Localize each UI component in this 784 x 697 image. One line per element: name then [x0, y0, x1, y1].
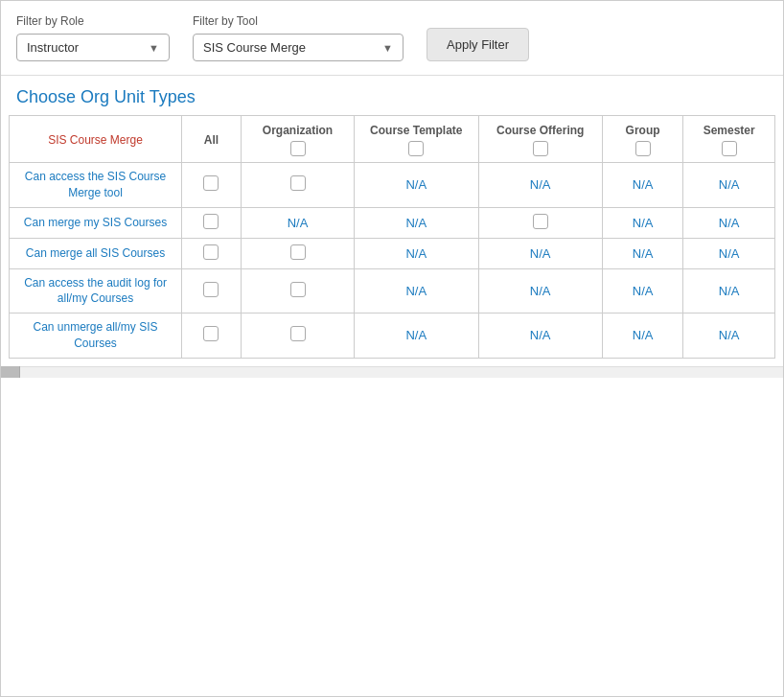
- offering-cell: N/A: [478, 163, 602, 208]
- group-cell: N/A: [602, 163, 682, 208]
- semester-cell: N/A: [683, 268, 775, 314]
- all-cell[interactable]: [182, 268, 242, 314]
- col-org-header: Organization: [241, 116, 354, 163]
- na-value: N/A: [530, 284, 551, 298]
- col-group-label: Group: [626, 124, 660, 137]
- row-org-checkbox[interactable]: [290, 244, 306, 260]
- row-org-checkbox[interactable]: [290, 326, 306, 341]
- permissions-table: SIS Course Merge All Organization Course…: [9, 115, 775, 359]
- org-cell: N/A: [241, 207, 354, 238]
- group-cell: N/A: [602, 268, 682, 314]
- tool-name-header: SIS Course Merge: [10, 116, 182, 163]
- col-all-header: All: [182, 116, 242, 163]
- row-all-checkbox[interactable]: [203, 175, 219, 191]
- role-select[interactable]: Instructor ▼: [16, 34, 170, 61]
- table-row: Can merge all SIS CoursesN/AN/AN/AN/A: [10, 238, 775, 268]
- all-cell[interactable]: [182, 314, 242, 359]
- col-template-header: Course Template: [355, 116, 478, 163]
- na-value: N/A: [405, 177, 427, 192]
- permission-name: Can merge all SIS Courses: [26, 246, 165, 260]
- permission-name-cell: Can unmerge all/my SIS Courses: [10, 314, 182, 359]
- apply-filter-button[interactable]: Apply Filter: [427, 28, 529, 61]
- offering-cell[interactable]: [478, 207, 602, 238]
- row-org-checkbox[interactable]: [290, 175, 306, 191]
- col-group-checkbox[interactable]: [635, 141, 651, 156]
- na-value: N/A: [288, 216, 309, 230]
- na-value: N/A: [633, 284, 654, 298]
- org-cell[interactable]: [241, 238, 354, 268]
- template-cell: N/A: [355, 238, 478, 268]
- na-value: N/A: [405, 246, 427, 261]
- na-value: N/A: [633, 328, 654, 342]
- na-value: N/A: [530, 177, 551, 192]
- na-value: N/A: [719, 216, 740, 230]
- col-template-checkbox[interactable]: [408, 141, 424, 156]
- na-value: N/A: [405, 216, 427, 230]
- role-filter-group: Filter by Role Instructor ▼: [16, 14, 170, 61]
- group-cell: N/A: [602, 238, 682, 268]
- role-chevron-icon: ▼: [149, 42, 159, 54]
- na-value: N/A: [633, 216, 654, 230]
- semester-cell: N/A: [683, 163, 775, 208]
- tool-select[interactable]: SIS Course Merge ▼: [193, 34, 404, 61]
- permission-name: Can access the SIS Course Merge tool: [25, 170, 166, 199]
- offering-cell: N/A: [478, 314, 602, 359]
- tool-select-value: SIS Course Merge: [203, 40, 375, 55]
- tool-filter-group: Filter by Tool SIS Course Merge ▼: [193, 14, 404, 61]
- group-cell: N/A: [602, 207, 682, 238]
- permission-name: Can merge my SIS Courses: [24, 216, 167, 229]
- permission-name: Can access the audit log for all/my Cour…: [24, 276, 167, 306]
- template-cell: N/A: [355, 268, 478, 314]
- row-offering-checkbox[interactable]: [533, 214, 548, 229]
- na-value: N/A: [405, 328, 427, 342]
- template-cell: N/A: [355, 207, 478, 238]
- col-offering-header: Course Offering: [478, 116, 602, 163]
- template-cell: N/A: [355, 314, 478, 359]
- section-title: Choose Org Unit Types: [1, 76, 783, 115]
- na-value: N/A: [719, 284, 740, 298]
- row-all-checkbox[interactable]: [203, 326, 219, 341]
- col-semester-header: Semester: [683, 116, 775, 163]
- row-all-checkbox[interactable]: [203, 244, 219, 260]
- all-cell[interactable]: [182, 238, 242, 268]
- table-row: Can access the audit log for all/my Cour…: [10, 268, 775, 314]
- na-value: N/A: [530, 246, 551, 261]
- offering-cell: N/A: [478, 238, 602, 268]
- semester-cell: N/A: [683, 207, 775, 238]
- all-cell[interactable]: [182, 207, 242, 238]
- scroll-bar[interactable]: [1, 366, 783, 378]
- col-semester-checkbox[interactable]: [722, 141, 737, 156]
- permission-name-cell: Can access the audit log for all/my Cour…: [10, 268, 182, 314]
- group-cell: N/A: [602, 314, 682, 359]
- all-cell[interactable]: [182, 163, 242, 208]
- permissions-table-wrapper: SIS Course Merge All Organization Course…: [1, 115, 783, 366]
- org-cell[interactable]: [241, 268, 354, 314]
- permission-name-cell: Can access the SIS Course Merge tool: [10, 163, 182, 208]
- na-value: N/A: [530, 328, 551, 342]
- row-all-checkbox[interactable]: [203, 282, 219, 297]
- na-value: N/A: [633, 177, 654, 192]
- col-org-label: Organization: [263, 124, 333, 137]
- role-select-value: Instructor: [27, 40, 141, 55]
- permission-name-cell: Can merge my SIS Courses: [10, 207, 182, 238]
- semester-cell: N/A: [683, 238, 775, 268]
- table-row: Can merge my SIS CoursesN/AN/AN/AN/A: [10, 207, 775, 238]
- row-org-checkbox[interactable]: [290, 282, 306, 297]
- col-semester-label: Semester: [703, 124, 755, 137]
- role-filter-label: Filter by Role: [16, 14, 170, 28]
- top-bar: Filter by Role Instructor ▼ Filter by To…: [1, 1, 783, 76]
- offering-cell: N/A: [478, 268, 602, 314]
- scroll-thumb[interactable]: [1, 366, 20, 378]
- col-org-checkbox[interactable]: [290, 141, 306, 156]
- na-value: N/A: [719, 246, 740, 261]
- na-value: N/A: [719, 177, 740, 192]
- na-value: N/A: [719, 328, 740, 342]
- col-offering-label: Course Offering: [496, 124, 584, 137]
- org-cell[interactable]: [241, 314, 354, 359]
- tool-filter-label: Filter by Tool: [193, 14, 404, 28]
- na-value: N/A: [633, 246, 654, 261]
- col-offering-checkbox[interactable]: [533, 141, 548, 156]
- org-cell[interactable]: [241, 163, 354, 208]
- permission-name: Can unmerge all/my SIS Courses: [33, 320, 157, 350]
- row-all-checkbox[interactable]: [203, 214, 219, 229]
